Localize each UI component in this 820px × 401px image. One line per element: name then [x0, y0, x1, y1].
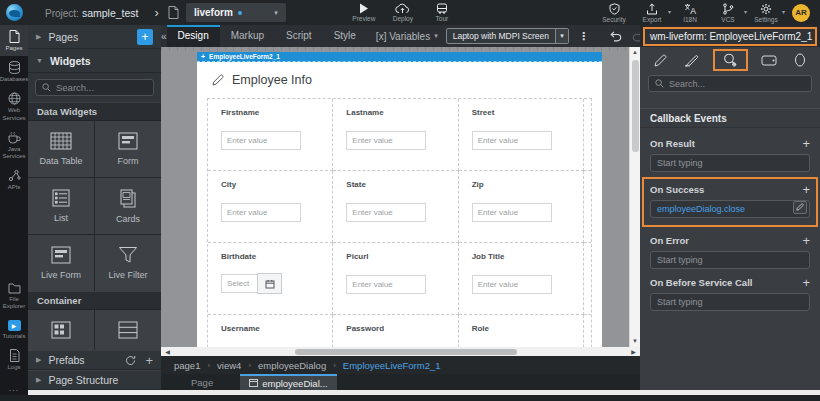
tab-design[interactable]: Design — [167, 25, 220, 47]
widget-tile-layout-rows[interactable] — [95, 310, 161, 350]
widgets-section-header[interactable]: ▼ Widgets — [28, 49, 161, 73]
deploy-button[interactable]: Deploy — [391, 3, 415, 22]
tab-page[interactable]: Page — [191, 377, 213, 388]
preview-button[interactable]: Preview — [352, 3, 376, 22]
rail-item-tutorials[interactable]: ▶ Tutorials — [0, 315, 28, 344]
scroll-right-arrow[interactable]: ▶ — [627, 348, 640, 355]
device-selector[interactable]: Laptop with MDPI Screen ▾ — [446, 28, 569, 44]
city-input[interactable] — [221, 203, 301, 222]
container-header[interactable]: Container — [28, 291, 161, 310]
variables-button[interactable]: [x] Variables ▾ — [376, 31, 438, 42]
add-on-success-button[interactable]: + — [802, 182, 810, 197]
settings-button[interactable]: ▾ Settings — [754, 3, 778, 23]
pages-section-header[interactable]: ▶ Pages + — [28, 25, 161, 49]
widget-tile-cards[interactable]: Cards — [95, 178, 161, 234]
horizontal-scrollbar[interactable]: ◀ ▶ — [161, 347, 640, 356]
tab-markup[interactable]: Markup — [220, 25, 275, 47]
user-avatar[interactable]: AR — [792, 4, 810, 22]
widget-tile-form[interactable]: Form — [95, 121, 161, 177]
rail-item-apis[interactable]: APIs — [0, 164, 28, 195]
tour-button[interactable]: Tour — [430, 3, 454, 22]
form-field-jobtitle[interactable]: Job Title — [459, 243, 584, 315]
widget-tile-live-filter[interactable]: Live Filter — [95, 235, 161, 291]
rail-item-databases[interactable]: Databases — [0, 56, 28, 87]
rail-item-file-explorer[interactable]: File Explorer — [0, 278, 28, 314]
scroll-up-arrow[interactable]: ▲ — [630, 47, 640, 58]
undo-button[interactable] — [609, 30, 622, 42]
on-before-service-call-input[interactable] — [650, 293, 810, 311]
design-canvas[interactable]: + EmployeeLiveForm2_1 Employee Info Firs… — [161, 47, 640, 347]
edit-handler-button[interactable] — [793, 201, 807, 214]
rail-item-logs[interactable]: Logs — [0, 344, 28, 375]
breadcrumb-employeedialog[interactable]: employeeDialog — [258, 360, 326, 371]
add-on-result-button[interactable]: + — [802, 136, 810, 151]
vcs-button[interactable]: ▾ VCS — [716, 3, 740, 23]
data-widgets-header[interactable]: Data Widgets — [28, 102, 161, 121]
vertical-scroll-thumb[interactable] — [632, 60, 639, 152]
breadcrumb-employeeliveform[interactable]: EmployeeLiveForm2_1 — [343, 360, 441, 371]
prefabs-section-header[interactable]: ▶ Prefabs + — [28, 350, 161, 370]
tab-properties[interactable] — [650, 51, 671, 70]
form-field-firstname[interactable]: Firstname — [208, 99, 333, 171]
widget-search-box[interactable] — [35, 79, 154, 96]
add-page-button[interactable]: + — [137, 29, 153, 45]
inspector-search-input[interactable] — [669, 79, 789, 89]
breadcrumb-view4[interactable]: view4 — [217, 360, 241, 371]
widget-tile-live-form[interactable]: Live Form — [28, 235, 94, 291]
add-on-before-service-call-button[interactable]: + — [802, 275, 810, 290]
i18n-button[interactable]: A I18N — [678, 3, 702, 23]
add-on-error-button[interactable]: + — [802, 233, 810, 248]
on-result-input[interactable] — [650, 154, 810, 172]
horizontal-scroll-thumb[interactable] — [295, 349, 517, 355]
calendar-button[interactable] — [257, 273, 282, 294]
form-field-zip[interactable]: Zip — [459, 171, 584, 243]
form-field-username[interactable]: Username — [208, 315, 333, 347]
lastname-input[interactable] — [346, 131, 426, 150]
rail-item-java-services[interactable]: Java Services — [0, 126, 28, 164]
picurl-input[interactable] — [346, 275, 426, 294]
inspector-search-box[interactable] — [648, 75, 812, 92]
state-input[interactable] — [346, 203, 426, 222]
tab-events[interactable] — [713, 49, 748, 71]
widget-tile-grid-layout[interactable] — [28, 310, 94, 350]
form-field-lastname[interactable]: Lastname — [333, 99, 458, 171]
scroll-left-arrow[interactable]: ◀ — [161, 348, 174, 355]
refresh-icon[interactable] — [125, 355, 136, 366]
add-prefab-button[interactable]: + — [145, 353, 153, 368]
scroll-down-arrow[interactable]: ▼ — [630, 336, 640, 347]
form-field-street[interactable]: Street — [459, 99, 584, 171]
more-options-kebab-icon[interactable]: ⋮ — [578, 30, 589, 43]
widget-tile-data-table[interactable]: Data Table — [28, 121, 94, 177]
page-structure-header[interactable]: ▶ Page Structure — [28, 370, 161, 390]
vertical-scrollbar[interactable]: ▲ ▼ — [629, 47, 640, 347]
on-error-input[interactable] — [650, 251, 810, 269]
form-field-role[interactable]: Role — [459, 315, 584, 347]
jobtitle-input[interactable] — [472, 275, 552, 294]
tab-device[interactable] — [757, 52, 781, 69]
firstname-input[interactable] — [221, 131, 301, 150]
zip-input[interactable] — [472, 203, 552, 222]
form-field-city[interactable]: City — [208, 171, 333, 243]
rail-item-web-services[interactable]: Web Services — [0, 87, 28, 125]
widget-search-input[interactable] — [56, 82, 146, 93]
form-field-state[interactable]: State — [333, 171, 458, 243]
on-success-input[interactable] — [650, 200, 810, 218]
page-selector-dropdown[interactable]: liveform ▾ — [186, 3, 286, 22]
form-title[interactable]: Employee Info — [197, 62, 602, 95]
selected-widget-tag[interactable]: + EmployeeLiveForm2_1 — [197, 52, 602, 62]
widget-tile-list[interactable]: List — [28, 178, 94, 234]
birthdate-input[interactable] — [221, 274, 258, 293]
export-button[interactable]: ▾ Export — [640, 3, 664, 23]
street-input[interactable] — [472, 131, 552, 150]
tab-styles[interactable] — [680, 51, 703, 70]
tab-outline[interactable] — [790, 50, 810, 70]
form-field-birthdate[interactable]: Birthdate — [208, 243, 333, 315]
rail-item-pages[interactable]: Pages — [0, 25, 28, 56]
form-field-picurl[interactable]: Picurl — [333, 243, 458, 315]
breadcrumb-page1[interactable]: page1 — [174, 360, 200, 371]
tab-style[interactable]: Style — [323, 25, 367, 47]
tab-script[interactable]: Script — [275, 25, 323, 47]
security-button[interactable]: Security — [602, 3, 626, 23]
canvas-page[interactable]: + EmployeeLiveForm2_1 Employee Info Firs… — [197, 52, 602, 347]
tab-employee-dialog[interactable]: employeeDial... — [240, 374, 336, 390]
